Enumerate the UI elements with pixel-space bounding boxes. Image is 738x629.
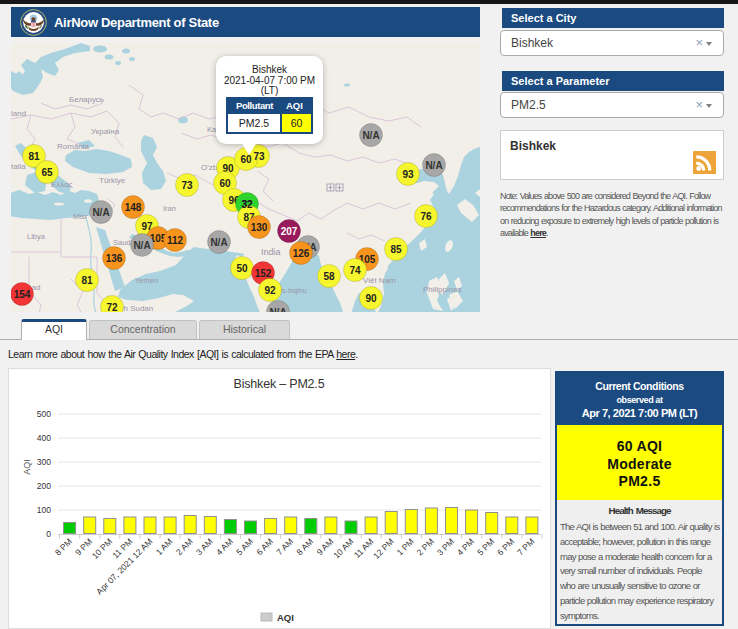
svg-text:1 PM: 1 PM (395, 536, 416, 557)
svg-text:India: India (261, 247, 281, 257)
svg-text:Türkiye: Türkiye (99, 176, 126, 185)
svg-text:60: 60 (240, 154, 252, 165)
svg-text:N/A: N/A (92, 207, 109, 218)
svg-text:Viêt Nam: Viêt Nam (363, 276, 396, 285)
svg-text:Romānia: Romānia (57, 142, 90, 151)
svg-text:7 AM: 7 AM (274, 536, 295, 557)
svg-text:0: 0 (46, 529, 51, 539)
svg-text:3 PM: 3 PM (435, 536, 456, 557)
svg-text:10 PM: 10 PM (90, 536, 114, 560)
svg-text:5 AM: 5 AM (234, 536, 255, 557)
svg-text:4 AM: 4 AM (214, 536, 235, 557)
svg-text:93: 93 (402, 169, 414, 180)
svg-text:207: 207 (281, 226, 298, 237)
svg-text:81: 81 (81, 275, 93, 286)
svg-text:81: 81 (28, 151, 40, 162)
svg-text:N/A: N/A (269, 307, 286, 313)
svg-text:N/A: N/A (425, 160, 442, 171)
svg-text:Беларусь: Беларусь (69, 95, 104, 104)
svg-text:74: 74 (349, 265, 361, 276)
svg-text:land: land (11, 109, 26, 118)
svg-text:Україна: Україна (91, 127, 120, 136)
svg-text:152: 152 (255, 268, 272, 279)
svg-text:112: 112 (167, 235, 184, 246)
svg-text:136: 136 (106, 253, 123, 264)
svg-text:Bishkek – PM2.5: Bishkek – PM2.5 (234, 377, 325, 391)
svg-text:Yemen: Yemen (135, 276, 158, 285)
svg-text:AQI: AQI (22, 459, 32, 475)
svg-text:300: 300 (37, 457, 51, 467)
svg-text:5 PM: 5 PM (475, 536, 496, 557)
svg-text:58: 58 (323, 271, 335, 282)
svg-text:76: 76 (420, 211, 432, 222)
svg-text:Iran: Iran (163, 204, 176, 213)
svg-text:Misr: Misr (73, 212, 88, 221)
svg-text:32: 32 (241, 199, 253, 210)
svg-text:73: 73 (181, 180, 193, 191)
svg-text:N/A: N/A (362, 130, 379, 141)
svg-text:8 PM: 8 PM (53, 536, 74, 557)
svg-text:200: 200 (37, 481, 51, 491)
svg-text:Philippines: Philippines (423, 285, 462, 294)
svg-text:Libya: Libya (27, 232, 46, 241)
svg-text:92: 92 (264, 285, 276, 296)
svg-text:talia: talia (11, 162, 26, 171)
svg-text:154: 154 (14, 289, 31, 300)
svg-text:126: 126 (293, 248, 310, 259)
svg-text:7 PM: 7 PM (515, 536, 536, 557)
svg-text:2 AM: 2 AM (174, 536, 195, 557)
svg-text:85: 85 (390, 244, 402, 255)
svg-text:N/A: N/A (210, 237, 227, 248)
svg-text:Saudi: Saudi (113, 238, 133, 247)
svg-text:50: 50 (236, 263, 248, 274)
svg-text:4 PM: 4 PM (455, 536, 476, 557)
svg-text:1 AM: 1 AM (154, 536, 175, 557)
svg-text:8 AM: 8 AM (294, 536, 315, 557)
svg-text:10 AM: 10 AM (331, 536, 355, 560)
svg-text:130: 130 (251, 222, 268, 233)
svg-text:100: 100 (37, 505, 51, 515)
svg-text:148: 148 (125, 202, 142, 213)
svg-text:N/A: N/A (133, 240, 150, 251)
svg-text:11 AM: 11 AM (352, 536, 376, 560)
svg-text:90: 90 (365, 293, 377, 304)
svg-text:65: 65 (41, 167, 53, 178)
svg-text:12 PM: 12 PM (371, 536, 395, 560)
svg-text:AQI: AQI (277, 612, 294, 623)
svg-text:60: 60 (219, 178, 231, 189)
svg-text:500: 500 (37, 409, 51, 419)
svg-text:72: 72 (106, 302, 118, 313)
svg-text:6 AM: 6 AM (254, 536, 275, 557)
svg-text:2 PM: 2 PM (415, 536, 436, 557)
svg-text:3 AM: 3 AM (194, 536, 215, 557)
svg-text:400: 400 (37, 433, 51, 443)
svg-text:6 PM: 6 PM (495, 536, 516, 557)
